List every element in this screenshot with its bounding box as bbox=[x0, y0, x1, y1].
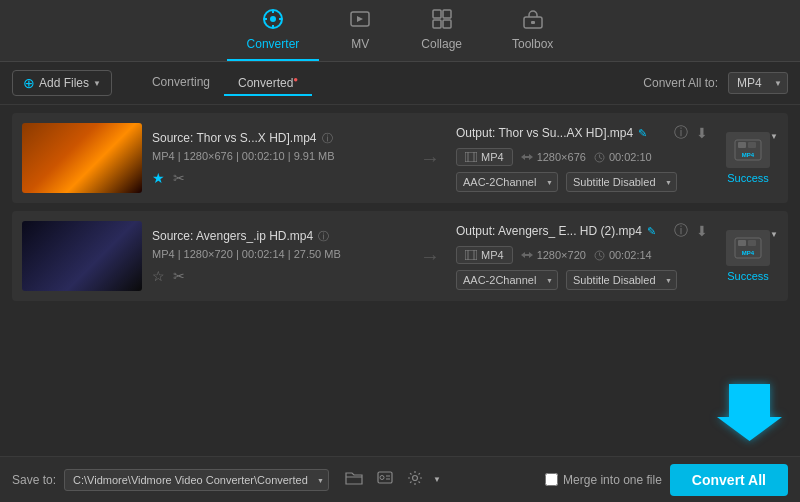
duration-tag-1: 00:02:10 bbox=[594, 151, 652, 163]
output-section-1: Output: Thor vs Su...AX HD].mp4 ✎ ⓘ ⬇ MP… bbox=[456, 124, 708, 192]
file-info-2: Source: Avengers_.ip HD.mp4 ⓘ MP4 | 1280… bbox=[152, 229, 404, 284]
merge-checkbox[interactable] bbox=[545, 473, 558, 486]
save-path-select[interactable]: C:\Vidmore\Vidmore Video Converter\Conve… bbox=[64, 469, 329, 491]
edit-icon-1[interactable]: ✎ bbox=[638, 127, 647, 140]
nav-toolbox-label: Toolbox bbox=[512, 37, 553, 51]
file-source-name-2: Source: Avengers_.ip HD.mp4 ⓘ bbox=[152, 229, 404, 244]
file-item-2: Source: Avengers_.ip HD.mp4 ⓘ MP4 | 1280… bbox=[12, 211, 788, 301]
arrow-1: → bbox=[414, 147, 446, 170]
output-download-icon-2[interactable]: ⬇ bbox=[696, 223, 708, 239]
svg-rect-21 bbox=[748, 142, 756, 148]
svg-line-28 bbox=[599, 255, 602, 257]
add-files-dropdown-icon: ▼ bbox=[93, 79, 101, 88]
subtitle-select-2[interactable]: Subtitle Disabled bbox=[566, 270, 677, 290]
svg-rect-8 bbox=[443, 10, 451, 18]
settings-dropdown-icon[interactable]: ▼ bbox=[433, 475, 441, 484]
big-arrow-area bbox=[0, 366, 800, 456]
mv-icon bbox=[349, 8, 371, 33]
converted-dot: ● bbox=[293, 75, 298, 84]
output-name-1: Output: Thor vs Su...AX HD].mp4 ✎ bbox=[456, 126, 647, 140]
add-files-label: Add Files bbox=[39, 76, 89, 90]
output-download-icon-1[interactable]: ⬇ bbox=[696, 125, 708, 141]
nav-collage[interactable]: Collage bbox=[401, 2, 482, 61]
convert-all-to-label: Convert All to: bbox=[643, 76, 718, 90]
nav-mv[interactable]: MV bbox=[329, 2, 391, 61]
svg-rect-30 bbox=[738, 240, 746, 246]
big-down-arrow bbox=[714, 376, 784, 446]
format-select[interactable]: MP4 MKV AVI MOV bbox=[728, 72, 788, 94]
cut-icon-2[interactable]: ✂ bbox=[173, 268, 185, 284]
success-thumb-2: MP4 bbox=[726, 230, 770, 266]
svg-rect-7 bbox=[433, 10, 441, 18]
convert-all-button[interactable]: Convert All bbox=[670, 464, 788, 496]
svg-point-38 bbox=[413, 475, 418, 480]
converter-icon bbox=[262, 8, 284, 33]
output-info-icon-1[interactable]: ⓘ bbox=[674, 124, 688, 142]
duration-tag-2: 00:02:14 bbox=[594, 249, 652, 261]
svg-rect-9 bbox=[433, 20, 441, 28]
file-info-1: Source: Thor vs S...X HD].mp4 ⓘ MP4 | 12… bbox=[152, 131, 404, 186]
output-actions-1: ⓘ ⬇ bbox=[674, 124, 708, 142]
audio-select-1[interactable]: AAC-2Channel bbox=[456, 172, 558, 192]
file-source-name-1: Source: Thor vs S...X HD].mp4 ⓘ bbox=[152, 131, 404, 146]
output-actions-2: ⓘ ⬇ bbox=[674, 222, 708, 240]
save-to-label: Save to: bbox=[12, 473, 56, 487]
success-section-2: MP4 ▼ Success bbox=[718, 230, 778, 282]
thumb-dropdown-2[interactable]: ▼ bbox=[770, 230, 778, 239]
svg-text:MP4: MP4 bbox=[742, 152, 755, 158]
svg-rect-10 bbox=[443, 20, 451, 28]
svg-rect-20 bbox=[738, 142, 746, 148]
add-files-button[interactable]: ⊕ Add Files ▼ bbox=[12, 70, 112, 96]
nav-converter-label: Converter bbox=[247, 37, 300, 51]
nav-mv-label: MV bbox=[351, 37, 369, 51]
svg-point-1 bbox=[270, 16, 276, 22]
svg-text:MP4: MP4 bbox=[742, 250, 755, 256]
bottom-icons: ▼ bbox=[341, 468, 441, 492]
thumb-dropdown-1[interactable]: ▼ bbox=[770, 132, 778, 141]
bottom-bar: Save to: C:\Vidmore\Vidmore Video Conver… bbox=[0, 456, 800, 502]
output-name-row-2: Output: Avengers_ E... HD (2).mp4 ✎ ⓘ ⬇ bbox=[456, 222, 708, 240]
subtitle-select-wrap-2: Subtitle Disabled bbox=[566, 270, 677, 290]
merge-label[interactable]: Merge into one file bbox=[563, 473, 662, 487]
toolbox-icon bbox=[522, 8, 544, 33]
tab-converting[interactable]: Converting bbox=[138, 71, 224, 96]
open-folder-button[interactable] bbox=[341, 468, 367, 492]
svg-line-18 bbox=[599, 157, 602, 159]
file-actions-2: ☆ ✂ bbox=[152, 268, 404, 284]
subtitle-select-1[interactable]: Subtitle Disabled bbox=[566, 172, 677, 192]
success-thumb-1: MP4 bbox=[726, 132, 770, 168]
thumbnail-1 bbox=[22, 123, 142, 193]
format-row-1: MP4 1280×676 00:02:10 bbox=[456, 148, 708, 166]
info-icon-1[interactable]: ⓘ bbox=[322, 131, 333, 146]
top-nav: Converter MV Collage bbox=[0, 0, 800, 62]
audio-select-2[interactable]: AAC-2Channel bbox=[456, 270, 558, 290]
settings2-button[interactable] bbox=[373, 468, 397, 492]
tab-group: Converting Converted● bbox=[138, 71, 312, 96]
output-info-icon-2[interactable]: ⓘ bbox=[674, 222, 688, 240]
star-icon-1[interactable]: ★ bbox=[152, 170, 165, 186]
nav-toolbox[interactable]: Toolbox bbox=[492, 2, 573, 61]
svg-rect-12 bbox=[531, 21, 535, 24]
edit-icon-2[interactable]: ✎ bbox=[647, 225, 656, 238]
file-meta-2: MP4 | 1280×720 | 00:02:14 | 27.50 MB bbox=[152, 248, 404, 260]
nav-converter[interactable]: Converter bbox=[227, 2, 320, 61]
success-label-2: Success bbox=[727, 270, 769, 282]
success-label-1: Success bbox=[727, 172, 769, 184]
info-icon-2[interactable]: ⓘ bbox=[318, 229, 329, 244]
audio-subtitle-row-2: AAC-2Channel Subtitle Disabled bbox=[456, 270, 708, 290]
file-meta-1: MP4 | 1280×676 | 00:02:10 | 9.91 MB bbox=[152, 150, 404, 162]
svg-rect-31 bbox=[748, 240, 756, 246]
settings-button[interactable] bbox=[403, 468, 427, 492]
star-icon-2[interactable]: ☆ bbox=[152, 268, 165, 284]
plus-icon: ⊕ bbox=[23, 75, 35, 91]
format-tag-1: MP4 bbox=[456, 148, 513, 166]
collage-icon bbox=[431, 8, 453, 33]
file-item-1: Source: Thor vs S...X HD].mp4 ⓘ MP4 | 12… bbox=[12, 113, 788, 203]
merge-checkbox-area: Merge into one file bbox=[545, 473, 662, 487]
svg-rect-23 bbox=[465, 250, 477, 260]
audio-select-wrap-2: AAC-2Channel bbox=[456, 270, 558, 290]
resolution-tag-1: 1280×676 bbox=[521, 151, 586, 163]
cut-icon-1[interactable]: ✂ bbox=[173, 170, 185, 186]
tab-converted[interactable]: Converted● bbox=[224, 71, 312, 96]
output-name-row-1: Output: Thor vs Su...AX HD].mp4 ✎ ⓘ ⬇ bbox=[456, 124, 708, 142]
